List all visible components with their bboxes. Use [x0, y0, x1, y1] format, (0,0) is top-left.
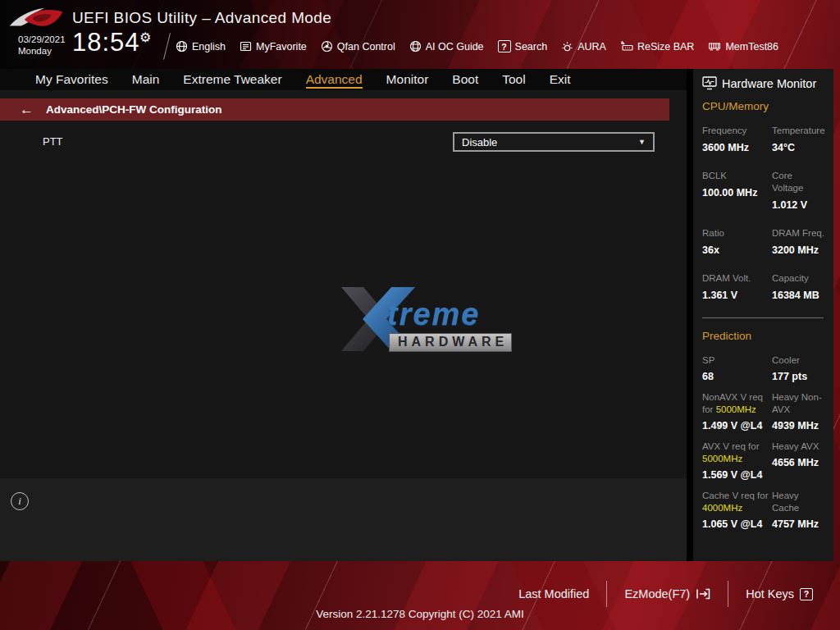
myfavorite-icon — [240, 40, 252, 52]
toolbar-item-ai-oc-guide[interactable]: AI OC Guide — [409, 40, 484, 52]
toolbar-item-search[interactable]: ? Search — [498, 40, 548, 52]
monitor-cell: BCLK100.00 MHz — [702, 170, 772, 212]
help-info-bar: i — [0, 478, 687, 561]
version-footer: Version 2.21.1278 Copyright (C) 2021 AMI — [0, 608, 840, 620]
section-heading-prediction: Prediction — [702, 330, 829, 342]
last-modified-button[interactable]: Last Modified — [501, 587, 606, 600]
app-body: My Favorites Main Extreme Tweaker Advanc… — [0, 69, 833, 561]
monitor-value: 1.361 V — [702, 289, 769, 302]
monitor-cell: Temperature34°C — [772, 125, 829, 154]
monitor-cell: DRAM Volt.1.361 V — [702, 272, 772, 302]
tab-boot[interactable]: Boot — [452, 71, 478, 89]
tab-advanced[interactable]: Advanced — [306, 71, 363, 89]
monitor-label: Cache V req for 4000MHz — [702, 490, 769, 514]
monitor-value: 4656 MHz — [772, 456, 825, 469]
watermark-subtext: HARDWARE — [389, 333, 512, 352]
monitor-value: 16384 MB — [772, 289, 825, 302]
ezmode-label: EzMode(F7) — [624, 587, 690, 600]
tab-monitor[interactable]: Monitor — [386, 71, 429, 89]
monitor-cell: NonAVX V req for 5000MHz1.499 V @L4 — [702, 391, 772, 432]
last-modified-label: Last Modified — [518, 587, 589, 600]
watermark-text: treme — [387, 297, 481, 332]
toolbar-item-language[interactable]: English — [176, 40, 226, 52]
toolbar-label: English — [192, 41, 226, 52]
gear-icon[interactable]: ⚙ — [139, 30, 151, 45]
monitor-value: 1.065 V @L4 — [702, 518, 769, 531]
ptt-dropdown-value: Disable — [462, 136, 497, 148]
monitor-cell: Ratio36x — [702, 227, 772, 257]
monitor-cell: Heavy Cache4757 MHz — [772, 490, 829, 531]
monitor-value: 100.00 MHz — [702, 186, 769, 199]
toolbar-label: AI OC Guide — [426, 41, 484, 52]
header-divider — [163, 33, 171, 59]
arrow-left-icon[interactable]: ← — [20, 103, 34, 116]
monitor-label: Frequency — [702, 125, 769, 137]
main-nav: My Favorites Main Extreme Tweaker Advanc… — [0, 69, 687, 90]
tab-exit[interactable]: Exit — [550, 71, 571, 89]
toolbar-item-aura[interactable]: AURA — [561, 40, 606, 52]
tab-extreme-tweaker[interactable]: Extreme Tweaker — [183, 71, 281, 89]
monitor-label: NonAVX V req for 5000MHz — [702, 391, 769, 416]
monitor-label: SP — [702, 354, 769, 367]
monitor-value: 3600 MHz — [702, 141, 769, 154]
monitor-value: 1.569 V @L4 — [702, 468, 769, 482]
toolbar-item-qfan-control[interactable]: Qfan Control — [321, 40, 395, 52]
monitor-cell: Capacity16384 MB — [772, 272, 829, 302]
info-icon: i — [11, 492, 29, 510]
ezmode-button[interactable]: EzMode(F7) — [607, 587, 728, 600]
monitor-label: Core Voltage — [772, 170, 825, 194]
ptt-setting-label: PTT — [43, 135, 63, 148]
chevron-down-icon: ▼ — [638, 138, 646, 146]
monitor-value: 1.012 V — [772, 199, 825, 212]
breadcrumb: ← Advanced\PCH-FW Configuration — [0, 98, 669, 121]
qfan-icon — [321, 40, 333, 52]
date-value: 03/29/2021 — [18, 34, 66, 45]
monitor-label: Temperature — [772, 125, 825, 137]
monitor-label: AVX V req for 5000MHz — [702, 441, 769, 465]
ezmode-exit-icon — [696, 588, 710, 600]
monitor-label: Ratio — [702, 227, 769, 240]
sidebar-divider — [702, 317, 824, 318]
section-heading-cpu-memory: CPU/Memory — [702, 100, 829, 112]
monitor-cell: Core Voltage1.012 V — [772, 170, 829, 212]
xtreme-hardware-watermark: treme HARDWARE — [341, 285, 509, 356]
hot-keys-button[interactable]: Hot Keys ? — [728, 587, 830, 600]
question-icon: ? — [800, 588, 813, 600]
monitor-label: Heavy Cache — [772, 490, 825, 514]
monitor-value: 34°C — [772, 141, 825, 154]
toolbar-item-resize-bar[interactable]: ReSize BAR — [620, 40, 694, 52]
monitor-value: 4939 MHz — [772, 419, 825, 432]
cpu-memory-grid: Frequency3600 MHz Temperature34°C BCLK10… — [702, 125, 829, 317]
monitor-cell: SP68 — [702, 354, 772, 383]
tab-main[interactable]: Main — [132, 71, 160, 89]
toolbar-label: MyFavorite — [256, 41, 307, 52]
breadcrumb-path: Advanced\PCH-FW Configuration — [46, 103, 222, 116]
globe-icon — [176, 40, 188, 52]
ptt-dropdown[interactable]: Disable ▼ — [453, 132, 655, 152]
header-toolbar: English MyFavorite Qfan Control — [176, 33, 778, 60]
tab-tool[interactable]: Tool — [502, 71, 525, 89]
monitor-cell: DRAM Freq.3200 MHz — [772, 227, 829, 257]
monitor-value: 4757 MHz — [772, 518, 825, 531]
monitor-cell: Cache V req for 4000MHz1.065 V @L4 — [702, 490, 772, 531]
bottom-action-bar: Last Modified EzMode(F7) Hot Keys ? — [501, 580, 830, 608]
monitor-label: Cooler — [772, 354, 825, 367]
hardware-monitor-icon — [702, 76, 717, 90]
memtest-icon — [708, 40, 721, 52]
bios-screen: UEFI BIOS Utility – Advanced Mode 03/29/… — [0, 0, 840, 630]
hot-keys-label: Hot Keys — [746, 587, 794, 600]
day-value: Monday — [18, 45, 66, 57]
monitor-cell: Frequency3600 MHz — [702, 125, 772, 154]
search-icon: ? — [498, 40, 511, 52]
toolbar-item-myfavorite[interactable]: MyFavorite — [240, 40, 307, 52]
system-time: 18:54 — [72, 28, 140, 57]
aura-icon — [561, 40, 573, 52]
monitor-value: 36x — [702, 244, 769, 257]
monitor-label: DRAM Volt. — [702, 272, 769, 285]
monitor-value: 68 — [702, 370, 769, 383]
monitor-value: 177 pts — [772, 370, 825, 383]
page-title: UEFI BIOS Utility – Advanced Mode — [72, 9, 331, 27]
tab-my-favorites[interactable]: My Favorites — [35, 71, 108, 89]
settings-panel: ← Advanced\PCH-FW Configuration PTT Disa… — [0, 90, 687, 478]
toolbar-item-memtest86[interactable]: MemTest86 — [708, 40, 778, 52]
